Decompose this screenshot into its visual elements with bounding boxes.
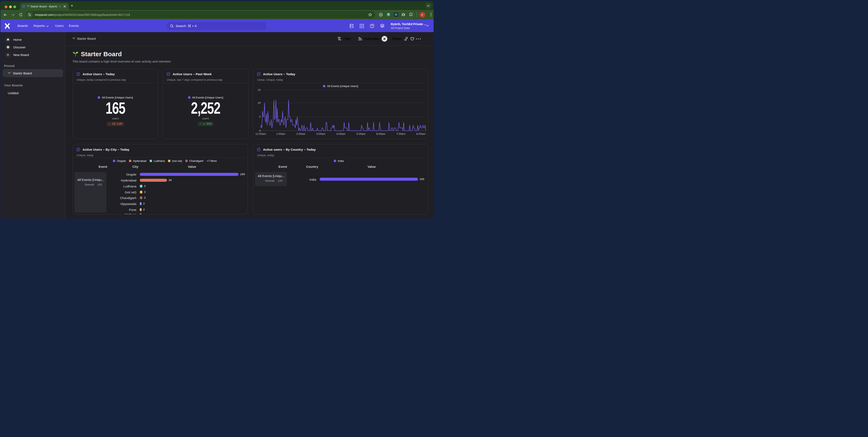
svg-text:10: 10 (257, 101, 261, 105)
svg-text:15: 15 (257, 89, 261, 92)
svg-text:6:00am: 6:00am (376, 132, 385, 136)
svg-text:5: 5 (259, 116, 261, 119)
svg-text:12:00am: 12:00am (255, 132, 266, 136)
svg-text:2:00am: 2:00am (296, 132, 305, 136)
svg-text:1:00am: 1:00am (276, 132, 285, 136)
svg-text:5:00am: 5:00am (356, 132, 365, 136)
svg-text:4:00am: 4:00am (336, 132, 345, 136)
svg-text:3:00am: 3:00am (316, 132, 325, 136)
svg-text:7:00am: 7:00am (396, 132, 405, 136)
svg-text:8:00am: 8:00am (416, 132, 425, 136)
svg-text:0: 0 (259, 129, 261, 133)
